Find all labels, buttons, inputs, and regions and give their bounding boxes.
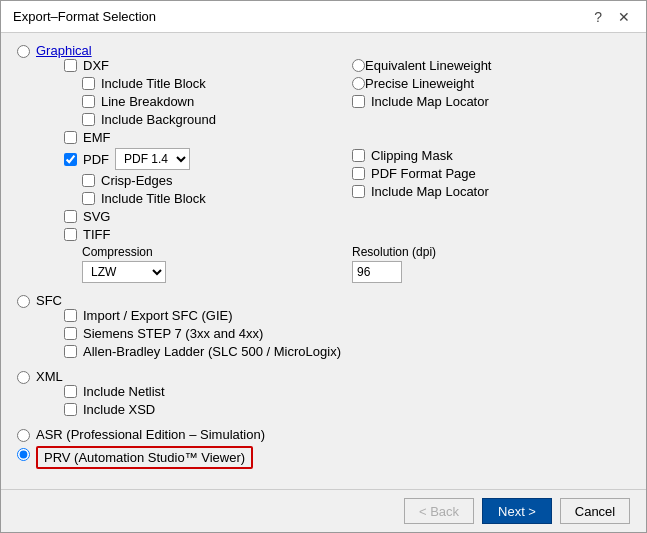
allen-bradley-label: Allen-Bradley Ladder (SLC 500 / MicroLog…	[83, 344, 341, 359]
pdf-label: PDF	[83, 152, 109, 167]
include-xsd-label: Include XSD	[83, 402, 155, 417]
emf-checkbox[interactable]	[64, 131, 77, 144]
precise-lineweight-label: Precise Lineweight	[365, 76, 474, 91]
sfc-section: SFC Import / Export SFC (GIE) Siemens ST…	[17, 293, 630, 365]
siemens-row: Siemens STEP 7 (3xx and 4xx)	[64, 326, 630, 341]
xml-section: XML Include Netlist Include XSD	[17, 369, 630, 423]
include-netlist-checkbox[interactable]	[64, 385, 77, 398]
xml-radio[interactable]	[17, 371, 30, 384]
include-xsd-row: Include XSD	[64, 402, 630, 417]
include-map-locator-dxf-row: Include Map Locator	[352, 94, 630, 109]
include-xsd-checkbox[interactable]	[64, 403, 77, 416]
footer: < Back Next > Cancel	[1, 489, 646, 532]
crisp-edges-row: Crisp-Edges	[82, 173, 342, 188]
svg-label: SVG	[83, 209, 110, 224]
prv-section: PRV (Automation Studio™ Viewer)	[17, 446, 630, 469]
include-background-row: Include Background	[82, 112, 342, 127]
include-map-locator-dxf-label: Include Map Locator	[371, 94, 489, 109]
close-button[interactable]: ✕	[614, 9, 634, 25]
graphical-section: Graphical DXF Include Tit	[17, 43, 630, 289]
include-netlist-label: Include Netlist	[83, 384, 165, 399]
prv-label: PRV (Automation Studio™ Viewer)	[44, 450, 245, 465]
dxf-label: DXF	[83, 58, 109, 73]
siemens-checkbox[interactable]	[64, 327, 77, 340]
dxf-checkbox[interactable]	[64, 59, 77, 72]
clipping-mask-label: Clipping Mask	[371, 148, 453, 163]
include-background-label: Include Background	[101, 112, 216, 127]
crisp-edges-checkbox[interactable]	[82, 174, 95, 187]
sfc-options: Import / Export SFC (GIE) Siemens STEP 7…	[64, 308, 630, 359]
line-breakdown-label: Line Breakdown	[101, 94, 194, 109]
xml-label: XML	[36, 369, 63, 384]
resolution-label: Resolution (dpi)	[352, 245, 630, 259]
tiff-label: TIFF	[83, 227, 110, 242]
pdf-map-locator-checkbox[interactable]	[352, 185, 365, 198]
pdf-format-page-checkbox[interactable]	[352, 167, 365, 180]
back-button[interactable]: < Back	[404, 498, 474, 524]
asr-section: ASR (Professional Edition – Simulation)	[17, 427, 630, 442]
allen-bradley-checkbox[interactable]	[64, 345, 77, 358]
equiv-lineweight-radio[interactable]	[352, 59, 365, 72]
import-export-checkbox[interactable]	[64, 309, 77, 322]
import-export-label: Import / Export SFC (GIE)	[83, 308, 233, 323]
include-title-block-label: Include Title Block	[101, 76, 206, 91]
include-background-checkbox[interactable]	[82, 113, 95, 126]
precise-lineweight-row: Precise Lineweight	[352, 76, 630, 91]
dialog-content: Graphical DXF Include Tit	[1, 33, 646, 489]
emf-row: EMF	[64, 130, 630, 145]
compression-label: Compression	[82, 245, 342, 259]
include-map-locator-dxf-checkbox[interactable]	[352, 95, 365, 108]
asr-radio[interactable]	[17, 429, 30, 442]
clipping-mask-row: Clipping Mask	[352, 148, 630, 163]
pdf-map-locator-label: Include Map Locator	[371, 184, 489, 199]
precise-lineweight-radio[interactable]	[352, 77, 365, 90]
allen-bradley-row: Allen-Bradley Ladder (SLC 500 / MicroLog…	[64, 344, 630, 359]
pdf-checkbox[interactable]	[64, 153, 77, 166]
import-export-row: Import / Export SFC (GIE)	[64, 308, 630, 323]
svg-checkbox[interactable]	[64, 210, 77, 223]
siemens-label: Siemens STEP 7 (3xx and 4xx)	[83, 326, 263, 341]
pdf-include-title-block-row: Include Title Block	[82, 191, 342, 206]
equiv-lineweight-row: Equivalent Lineweight	[352, 58, 630, 73]
pdf-include-title-block-label: Include Title Block	[101, 191, 206, 206]
clipping-mask-checkbox[interactable]	[352, 149, 365, 162]
xml-options: Include Netlist Include XSD	[64, 384, 630, 417]
help-button[interactable]: ?	[590, 9, 606, 25]
asr-label: ASR (Professional Edition – Simulation)	[36, 427, 265, 442]
title-bar-controls: ? ✕	[590, 9, 634, 25]
emf-label: EMF	[83, 130, 110, 145]
resolution-input[interactable]	[352, 261, 402, 283]
cancel-button[interactable]: Cancel	[560, 498, 630, 524]
title-bar: Export–Format Selection ? ✕	[1, 1, 646, 33]
prv-radio[interactable]	[17, 448, 30, 461]
pdf-format-page-row: PDF Format Page	[352, 166, 630, 181]
dxf-section: DXF Include Title Block Line Breakdown	[64, 58, 630, 283]
line-breakdown-checkbox[interactable]	[82, 95, 95, 108]
tiff-checkbox[interactable]	[64, 228, 77, 241]
next-button[interactable]: Next >	[482, 498, 552, 524]
tiff-row: TIFF	[64, 227, 342, 242]
include-title-block-checkbox[interactable]	[82, 77, 95, 90]
sfc-label: SFC	[36, 293, 62, 308]
prv-highlight: PRV (Automation Studio™ Viewer)	[36, 446, 253, 469]
graphical-label[interactable]: Graphical	[36, 43, 92, 58]
dialog: Export–Format Selection ? ✕ Graphical D	[0, 0, 647, 533]
pdf-version-select[interactable]: PDF 1.4 PDF 1.5 PDF 1.6	[115, 148, 190, 170]
compression-select[interactable]: LZW None DEFLATE	[82, 261, 166, 283]
sfc-radio[interactable]	[17, 295, 30, 308]
equiv-lineweight-label: Equivalent Lineweight	[365, 58, 491, 73]
dxf-row: DXF	[64, 58, 342, 73]
dialog-title: Export–Format Selection	[13, 9, 156, 24]
svg-row: SVG	[64, 209, 630, 224]
pdf-include-title-block-checkbox[interactable]	[82, 192, 95, 205]
graphical-radio[interactable]	[17, 45, 30, 58]
include-title-block-row: Include Title Block	[82, 76, 342, 91]
include-netlist-row: Include Netlist	[64, 384, 630, 399]
crisp-edges-label: Crisp-Edges	[101, 173, 173, 188]
pdf-format-page-label: PDF Format Page	[371, 166, 476, 181]
pdf-row: PDF PDF 1.4 PDF 1.5 PDF 1.6	[64, 148, 342, 170]
pdf-map-locator-row: Include Map Locator	[352, 184, 630, 199]
line-breakdown-row: Line Breakdown	[82, 94, 342, 109]
title-bar-left: Export–Format Selection	[13, 9, 156, 24]
